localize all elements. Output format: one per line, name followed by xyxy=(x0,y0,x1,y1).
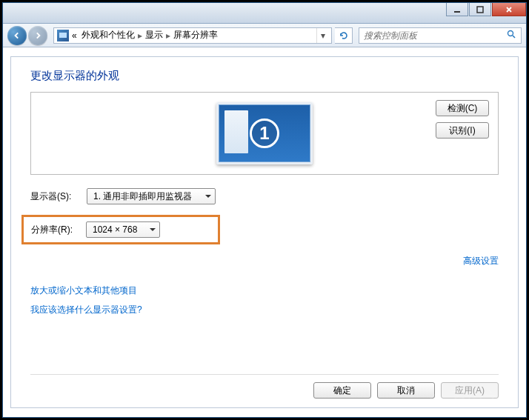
advanced-settings-link[interactable]: 高级设置 xyxy=(463,256,499,266)
svg-line-3 xyxy=(513,36,515,38)
which-display-link[interactable]: 我应该选择什么显示器设置? xyxy=(30,304,142,315)
search-icon[interactable] xyxy=(507,30,516,41)
breadcrumb-seg2[interactable]: 显示 xyxy=(145,29,163,41)
resolution-highlight-box: 分辨率(R): 1024 × 768 xyxy=(21,215,220,244)
identify-button[interactable]: 识别(I) xyxy=(436,122,489,139)
window-frame: « 外观和个性化 ▸ 显示 ▸ 屏幕分辨率 ▾ 更改显示器的外观 1 检测(C) xyxy=(2,2,527,418)
content-area: 更改显示器的外观 1 检测(C) 识别(I) 显示器(S): 1. 通用非即插即… xyxy=(10,56,519,408)
display-value: 1. 通用非即插即用监视器 xyxy=(93,190,192,203)
text-size-link[interactable]: 放大或缩小文本和其他项目 xyxy=(30,285,137,296)
page-title: 更改显示器的外观 xyxy=(30,69,499,83)
navbar: « 外观和个性化 ▸ 显示 ▸ 屏幕分辨率 ▾ xyxy=(3,24,526,47)
resolution-select[interactable]: 1024 × 768 xyxy=(86,221,160,238)
display-row: 显示器(S): 1. 通用非即插即用监视器 xyxy=(30,188,499,204)
svg-point-2 xyxy=(508,30,513,36)
close-button[interactable] xyxy=(492,3,526,16)
cancel-button[interactable]: 取消 xyxy=(377,382,435,399)
control-panel-icon xyxy=(57,30,69,41)
forward-button[interactable] xyxy=(28,26,47,45)
resolution-row: 分辨率(R): 1024 × 768 xyxy=(31,221,210,238)
breadcrumb-prefix: « xyxy=(72,30,77,41)
nav-arrows xyxy=(7,26,47,45)
svg-rect-0 xyxy=(454,11,460,13)
search-input[interactable] xyxy=(364,30,507,41)
resolution-value: 1024 × 768 xyxy=(93,224,137,235)
detect-button[interactable]: 检测(C) xyxy=(436,100,489,116)
resolution-label: 分辨率(R): xyxy=(31,224,86,236)
maximize-button[interactable] xyxy=(469,3,491,16)
display-select[interactable]: 1. 通用非即插即用监视器 xyxy=(87,188,216,204)
apply-button: 应用(A) xyxy=(441,382,499,399)
advanced-link-row: 高级设置 xyxy=(30,255,499,267)
chevron-right-icon: ▸ xyxy=(138,30,142,41)
dialog-footer: 确定 取消 应用(A) xyxy=(30,374,499,399)
monitor-preview-box: 1 检测(C) 识别(I) xyxy=(30,92,499,175)
breadcrumb-dropdown-icon[interactable]: ▾ xyxy=(316,28,328,43)
monitor-thumbnail[interactable]: 1 xyxy=(216,102,313,164)
display-label: 显示器(S): xyxy=(30,190,87,203)
back-button[interactable] xyxy=(7,26,27,45)
breadcrumb-seg1[interactable]: 外观和个性化 xyxy=(81,29,135,41)
preview-side-buttons: 检测(C) 识别(I) xyxy=(436,100,489,139)
svg-rect-1 xyxy=(477,7,483,13)
monitor-number-badge: 1 xyxy=(250,119,279,148)
breadcrumb[interactable]: « 外观和个性化 ▸ 显示 ▸ 屏幕分辨率 ▾ xyxy=(53,27,332,44)
ok-button[interactable]: 确定 xyxy=(313,382,371,399)
minimize-button[interactable] xyxy=(446,3,468,16)
chevron-right-icon: ▸ xyxy=(166,30,170,41)
titlebar xyxy=(3,3,526,24)
search-box[interactable] xyxy=(359,27,522,44)
body-links: 放大或缩小文本和其他项目 我应该选择什么显示器设置? xyxy=(30,281,499,320)
breadcrumb-seg3[interactable]: 屏幕分辨率 xyxy=(173,29,218,41)
refresh-button[interactable] xyxy=(335,27,353,44)
